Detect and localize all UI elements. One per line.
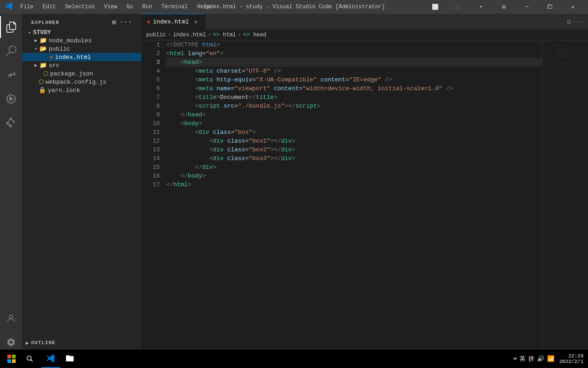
code-line-15: </div> — [166, 163, 542, 172]
tree-item-yarn-lock[interactable]: 🔒 yarn.lock — [22, 86, 141, 94]
breadcrumb-sep2: › — [208, 32, 211, 38]
taskbar-vscode[interactable] — [41, 350, 60, 368]
menu-go[interactable]: Go — [123, 3, 136, 11]
layout3-icon[interactable]: ▪ — [470, 0, 492, 14]
tree-item-webpack[interactable]: ⬡ webpack.config.js — [22, 78, 141, 86]
close-button[interactable]: ✕ — [562, 0, 583, 14]
breadcrumb-sep1: › — [168, 32, 171, 38]
chevron-right-icon: ▶ — [26, 340, 29, 346]
src-label: src — [49, 62, 59, 69]
clock-time: 22:29 — [568, 353, 583, 359]
code-line-13: <div class="box2"></div> — [166, 145, 542, 154]
line-num-5: 5 — [141, 75, 160, 84]
code-line-16: </body> — [166, 172, 542, 180]
svg-rect-4 — [12, 359, 16, 363]
js-file-icon: ⬡ — [39, 78, 44, 86]
activity-run-debug[interactable] — [0, 88, 22, 110]
taskbar-clock[interactable]: 22:29 2022/2/1 — [559, 353, 583, 364]
chevron-right-icon: ▶ — [32, 38, 40, 43]
chevron-down-icon: ▾ — [26, 30, 33, 35]
html-tab-icon: ◈ — [147, 18, 150, 25]
new-file-icon[interactable]: ⊞ — [112, 18, 116, 26]
tabs-bar: ◈ index.html ✕ ⊡ ··· — [141, 14, 588, 30]
titlebar-title: index.html - study - Visual Studio Code … — [203, 4, 385, 10]
titlebar-left: File Edit Selection View Go Run Terminal… — [5, 2, 214, 12]
line-num-4: 4 — [141, 67, 160, 75]
settings-layout-icon[interactable]: ⊞ — [493, 0, 514, 14]
tree-item-index-html[interactable]: ◈ index.html — [22, 53, 141, 61]
start-button[interactable] — [2, 352, 21, 366]
svg-line-6 — [31, 360, 33, 362]
tab-close-button[interactable]: ✕ — [192, 18, 200, 26]
minimize-button[interactable]: ─ — [516, 0, 537, 14]
line-num-8: 8 — [141, 102, 160, 110]
line-num-3: 3 — [141, 58, 160, 67]
breadcrumb-head[interactable]: <> head — [243, 32, 266, 38]
code-line-9: </head> — [166, 110, 542, 119]
breadcrumb-head-label: head — [253, 32, 266, 38]
line-num-16: 16 — [141, 172, 160, 180]
public-label: public — [49, 46, 70, 52]
titlebar: File Edit Selection View Go Run Terminal… — [0, 0, 588, 14]
menu-run[interactable]: Run — [139, 3, 156, 11]
activity-explorer[interactable] — [0, 16, 22, 38]
code-line-2: <html lang="en"> — [166, 49, 542, 58]
line-num-1: 1 — [141, 40, 160, 49]
code-line-7: <title>Document</title> — [166, 93, 542, 102]
menu-edit[interactable]: Edit — [39, 3, 60, 11]
line-num-7: 7 — [141, 93, 160, 102]
code-line-1: <!DOCTYPE html> — [166, 40, 542, 49]
split-editor-icon[interactable]: ⊡ — [567, 18, 571, 26]
code-lines[interactable]: <!DOCTYPE html> <html lang="en"> <head> … — [164, 40, 542, 358]
activity-source-control[interactable] — [0, 64, 22, 86]
tab-index-html[interactable]: ◈ index.html ✕ — [141, 14, 206, 30]
editor-area: ◈ index.html ✕ ⊡ ··· public › index.html… — [141, 14, 588, 358]
tree-item-node-modules[interactable]: ▶ 📁 node_modules — [22, 36, 141, 45]
folder-icon: 📁 — [40, 62, 47, 69]
activity-account[interactable] — [0, 307, 22, 329]
maximize-button[interactable]: ⧠ — [539, 0, 560, 14]
layout-icon[interactable]: ⬜ — [424, 0, 446, 14]
volume-icon[interactable]: 📶 — [547, 355, 554, 362]
tree-item-public[interactable]: ▾ 📂 public — [22, 45, 141, 53]
taskbar-explorer[interactable] — [61, 350, 79, 368]
svg-point-5 — [27, 356, 31, 360]
code-line-11: <div class="box"> — [166, 128, 542, 137]
code-line-3: <head> — [166, 58, 542, 67]
editor-content[interactable]: 1 2 3 4 5 6 7 8 9 10 11 12 13 14 15 16 1… — [141, 40, 588, 358]
windows-taskbar: ⌨ 英 拼 🔊 📶 22:29 2022/2/1 — [0, 350, 588, 368]
tree-item-src[interactable]: ▶ 📁 src — [22, 61, 141, 69]
code-line-14: <div class="box3"></div> — [166, 154, 542, 163]
ime2-label[interactable]: 拼 — [528, 355, 534, 363]
line-num-14: 14 — [141, 154, 160, 163]
head-tag-icon: <> — [243, 32, 249, 38]
menu-selection[interactable]: Selection — [62, 3, 99, 11]
ime-label[interactable]: 英 — [520, 355, 526, 363]
breadcrumb-file[interactable]: index.html — [173, 32, 206, 38]
sidebar: EXPLORER ⊞ ··· ▾ STUDY ▶ 📁 node_modules … — [22, 14, 141, 358]
tree-item-package-json[interactable]: ⬡ package.json — [22, 69, 141, 78]
outline-section[interactable]: ▶ OUTLINE — [22, 338, 141, 348]
activity-extensions[interactable] — [0, 112, 22, 134]
breadcrumb-public[interactable]: public — [146, 32, 166, 38]
taskbar-search[interactable] — [21, 352, 39, 366]
more-tabs-icon[interactable]: ··· — [573, 18, 584, 25]
menu-file[interactable]: File — [17, 3, 37, 11]
keyboard-icon[interactable]: ⌨ — [513, 355, 517, 362]
vscode-logo — [5, 2, 13, 12]
more-actions-icon[interactable]: ··· — [119, 18, 132, 26]
activity-bar — [0, 14, 22, 358]
layout2-icon[interactable]: ⬛ — [447, 0, 469, 14]
line-num-13: 13 — [141, 145, 160, 154]
code-line-4: <meta charset="UTF-8" /> — [166, 67, 542, 75]
tree-item-study[interactable]: ▾ STUDY — [22, 29, 141, 36]
tabs-actions: ⊡ ··· — [567, 18, 588, 26]
activity-search[interactable] — [0, 40, 22, 62]
menu-view[interactable]: View — [100, 3, 121, 11]
breadcrumb-html-tag[interactable]: <> html — [213, 32, 236, 38]
network-icon[interactable]: 🔊 — [537, 355, 544, 362]
breadcrumb-html: html — [223, 32, 236, 38]
line-num-15: 15 — [141, 163, 160, 172]
menu-terminal[interactable]: Terminal — [158, 3, 192, 11]
clock-date: 2022/2/1 — [559, 359, 583, 364]
